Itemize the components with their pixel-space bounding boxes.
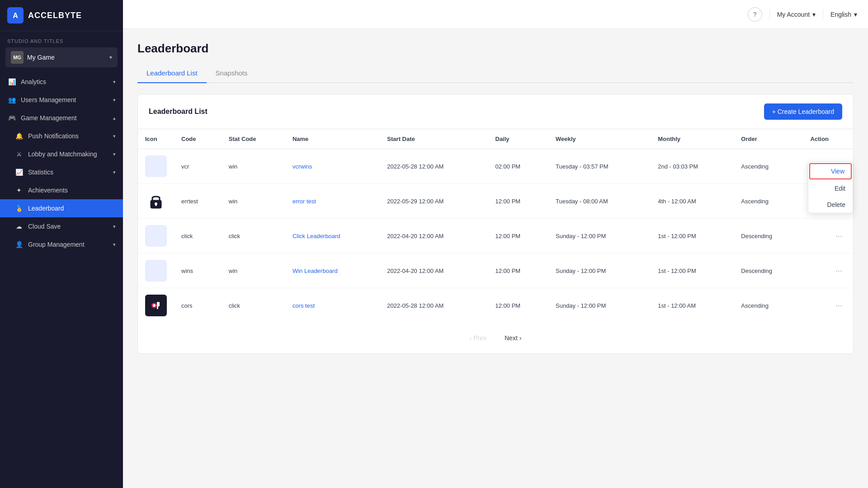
chevron-icon: ▾ [113,169,116,175]
row-code: wins [174,253,222,288]
tab-leaderboard-list[interactable]: Leaderboard List [137,65,207,83]
topbar: ? My Account ▾ English ▾ [123,0,868,29]
row-monthly: 1st - 12:00 PM [651,219,734,253]
row-name: vcrwins [285,149,380,184]
prev-label: Prev [473,334,486,342]
sidebar-item-label: Statistics [28,169,108,176]
action-menu-button[interactable]: ··· [832,230,846,242]
sidebar: A ACCELBYTE STUDIO AND TITLES MG My Game… [0,0,123,488]
col-order: Order [734,129,803,149]
col-weekly: Weekly [548,129,651,149]
sidebar-item-cloud-save[interactable]: ☁ Cloud Save ▾ [0,217,123,235]
table-row: errtest win error test 2022-05-29 12:00 … [138,184,853,219]
my-account-label: My Account [777,11,810,18]
row-stat-code: click [222,219,285,253]
action-menu-button[interactable]: ··· [832,299,846,312]
nav-section: 📊 Analytics ▾ 👥 Users Management ▾ 🎮 Gam… [0,71,123,255]
chevron-icon: ▴ [113,115,116,121]
col-daily: Daily [488,129,548,149]
row-daily: 02:00 PM [488,149,548,184]
col-monthly: Monthly [651,129,734,149]
action-menu-button[interactable]: ··· [832,264,846,277]
leaderboard-name-link[interactable]: vcrwins [292,163,312,170]
leaderboard-name-link[interactable]: error test [292,198,316,205]
sidebar-item-push-notifications[interactable]: 🔔 Push Notifications ▾ [0,127,123,145]
leaderboard-name-link[interactable]: Win Leaderboard [292,267,338,274]
row-icon [138,184,174,219]
row-stat-code: win [222,184,285,219]
svg-point-7 [153,304,156,307]
bell-icon: 🔔 [14,132,24,140]
row-monthly: 1st - 12:00 AM [651,288,734,323]
main-content: Leaderboard Leaderboard List Snapshots L… [123,29,868,488]
sidebar-item-label: Push Notifications [28,132,108,140]
chevron-icon: ▾ [113,133,116,139]
row-name: cors test [285,288,380,323]
studio-label: STUDIO AND TITLES [0,31,123,47]
row-start-date: 2022-05-28 12:00 AM [380,288,488,323]
sidebar-item-leaderboard[interactable]: 🏅 Leaderboard [0,199,123,217]
row-name: error test [285,184,380,219]
row-action: ··· [803,219,853,253]
sidebar-item-analytics[interactable]: 📊 Analytics ▾ [0,73,123,91]
sidebar-item-label: Achievements [28,187,116,194]
row-weekly: Sunday - 12:00 PM [548,219,651,253]
game-selector[interactable]: MG My Game ▾ [5,47,118,67]
col-code: Code [174,129,222,149]
sidebar-item-game-management[interactable]: 🎮 Game Management ▴ [0,109,123,127]
chevron-icon: ▾ [113,242,116,248]
sidebar-item-group-management[interactable]: 👤 Group Management ▾ [0,235,123,253]
dropdown-delete[interactable]: Delete [808,197,853,213]
row-stat-code: click [222,288,285,323]
row-code: errtest [174,184,222,219]
my-account-button[interactable]: My Account ▾ [777,11,816,18]
row-name: Win Leaderboard [285,253,380,288]
account-chevron-icon: ▾ [812,11,816,18]
sidebar-item-label: Analytics [21,78,108,85]
row-daily: 12:00 PM [488,288,548,323]
game-name: My Game [27,54,106,61]
prev-button[interactable]: ‹ Prev [464,332,492,344]
row-stat-code: win [222,149,285,184]
chevron-icon: ▾ [113,151,116,157]
row-daily: 12:00 PM [488,184,548,219]
table-row: wins win Win Leaderboard 2022-04-20 12:0… [138,253,853,288]
game-avatar: MG [11,51,24,64]
dropdown-view[interactable]: View [809,163,852,179]
row-weekly: Sunday - 12:00 PM [548,253,651,288]
row-start-date: 2022-04-20 12:00 AM [380,219,488,253]
sidebar-item-label: Lobby and Matchmaking [28,150,108,158]
col-action: Action [803,129,853,149]
row-icon [138,149,174,184]
sidebar-item-lobby-matchmaking[interactable]: ⚔ Lobby and Matchmaking ▾ [0,145,123,163]
topbar-divider [769,9,770,20]
row-action: ··· [803,253,853,288]
help-button[interactable]: ? [748,7,762,22]
cloud-icon: ☁ [14,223,24,230]
table-body: vcr win vcrwins 2022-05-28 12:00 AM 02:0… [138,149,853,323]
row-monthly: 2nd - 03:03 PM [651,149,734,184]
table-header: Icon Code Stat Code Name Start Date Dail… [138,129,853,149]
icon-placeholder [145,225,167,247]
row-order: Ascending [734,149,803,184]
leaderboard-name-link[interactable]: cors test [292,302,315,309]
achievements-icon: ✦ [14,187,24,194]
row-name: Click Leaderboard [285,219,380,253]
sidebar-item-achievements[interactable]: ✦ Achievements [0,181,123,199]
next-button[interactable]: Next › [499,332,527,344]
main-area: ? My Account ▾ English ▾ Leaderboard Lea… [123,0,868,488]
tab-snapshots[interactable]: Snapshots [207,65,257,83]
sidebar-item-users-management[interactable]: 👥 Users Management ▾ [0,91,123,109]
language-selector[interactable]: English ▾ [830,11,857,18]
table-row: click click Click Leaderboard 2022-04-20… [138,219,853,253]
leaderboard-name-link[interactable]: Click Leaderboard [292,233,340,239]
create-leaderboard-button[interactable]: + Create Leaderboard [764,103,842,120]
row-order: Ascending [734,288,803,323]
chevron-down-icon: ▾ [109,54,112,61]
row-daily: 12:00 PM [488,253,548,288]
row-order: Descending [734,253,803,288]
sidebar-item-statistics[interactable]: 📈 Statistics ▾ [0,163,123,181]
icon-placeholder [145,155,167,177]
sidebar-item-label: Users Management [21,96,108,103]
dropdown-edit[interactable]: Edit [808,180,853,197]
